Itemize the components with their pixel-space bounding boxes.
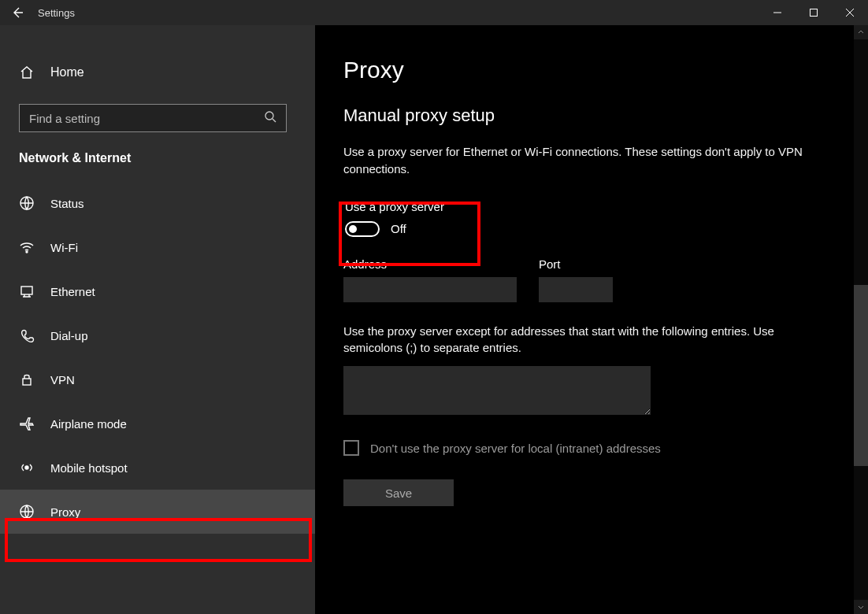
maximize-icon: [810, 9, 818, 17]
sidebar-item-dialup[interactable]: Dial-up: [0, 313, 315, 357]
svg-point-3: [26, 251, 28, 253]
sidebar: Home Network & Internet Status Wi-Fi Eth…: [0, 25, 315, 614]
port-input[interactable]: [539, 277, 613, 302]
wifi-icon: [19, 239, 35, 255]
sidebar-item-label: Ethernet: [50, 285, 95, 298]
sidebar-item-label: Dial-up: [50, 329, 88, 342]
toggle-label: Use a proxy server: [345, 200, 444, 213]
sidebar-category-title: Network & Internet: [0, 151, 315, 181]
local-bypass-label: Don't use the proxy server for local (in…: [370, 442, 661, 455]
home-icon: [19, 65, 35, 80]
dialup-icon: [19, 327, 35, 343]
airplane-icon: [19, 416, 35, 431]
home-label: Home: [50, 65, 84, 80]
sidebar-item-proxy[interactable]: Proxy: [0, 490, 315, 534]
sidebar-item-vpn[interactable]: VPN: [0, 357, 315, 401]
status-icon: [19, 195, 35, 211]
scrollbar[interactable]: [854, 25, 868, 614]
save-button[interactable]: Save: [343, 479, 454, 506]
scroll-down-button[interactable]: [854, 600, 868, 614]
window-controls: [759, 0, 868, 25]
minimize-button[interactable]: [759, 0, 796, 25]
exceptions-description: Use the proxy server except for addresse…: [343, 323, 808, 357]
svg-point-1: [265, 112, 273, 120]
chevron-down-icon: [858, 604, 864, 610]
port-label: Port: [539, 257, 613, 271]
search-box[interactable]: [19, 104, 287, 132]
save-button-label: Save: [385, 486, 412, 500]
vpn-icon: [19, 372, 35, 387]
sidebar-item-label: Proxy: [50, 505, 80, 519]
window-title: Settings: [38, 7, 75, 19]
proxy-toggle[interactable]: [345, 221, 380, 237]
sidebar-item-label: Status: [50, 197, 84, 210]
svg-rect-4: [21, 287, 32, 294]
content-area: Proxy Manual proxy setup Use a proxy ser…: [315, 25, 868, 614]
sidebar-item-ethernet[interactable]: Ethernet: [0, 269, 315, 313]
sidebar-item-label: Airplane mode: [50, 417, 127, 431]
sidebar-item-airplane[interactable]: Airplane mode: [0, 401, 315, 446]
svg-rect-0: [811, 9, 818, 17]
ethernet-icon: [19, 283, 35, 299]
scroll-up-button[interactable]: [854, 25, 868, 39]
close-icon: [846, 9, 854, 17]
sidebar-item-hotspot[interactable]: Mobile hotspot: [0, 446, 315, 490]
svg-rect-5: [23, 379, 31, 385]
local-bypass-checkbox[interactable]: [343, 440, 359, 456]
titlebar: Settings: [0, 0, 868, 25]
svg-point-6: [25, 466, 28, 469]
section-description: Use a proxy server for Ethernet or Wi-Fi…: [343, 143, 808, 178]
hotspot-icon: [19, 460, 35, 475]
toggle-state: Off: [391, 222, 406, 235]
sidebar-item-label: Mobile hotspot: [50, 461, 128, 475]
chevron-up-icon: [858, 29, 864, 35]
scrollbar-thumb[interactable]: [854, 285, 868, 466]
page-title: Proxy: [343, 57, 840, 83]
section-title: Manual proxy setup: [343, 105, 840, 126]
back-arrow-icon: [11, 6, 24, 19]
exceptions-input[interactable]: [343, 366, 651, 415]
proxy-icon: [19, 504, 35, 520]
sidebar-item-wifi[interactable]: Wi-Fi: [0, 225, 315, 269]
back-button[interactable]: [11, 6, 24, 19]
close-button[interactable]: [832, 0, 868, 25]
address-input[interactable]: [343, 277, 517, 302]
sidebar-item-status[interactable]: Status: [0, 181, 315, 225]
maximize-button[interactable]: [796, 0, 832, 25]
sidebar-home[interactable]: Home: [0, 55, 315, 90]
sidebar-item-label: VPN: [50, 373, 75, 387]
search-input[interactable]: [29, 112, 264, 125]
minimize-icon: [773, 9, 781, 17]
sidebar-item-label: Wi-Fi: [50, 241, 78, 254]
address-label: Address: [343, 257, 517, 271]
search-icon: [264, 110, 276, 126]
